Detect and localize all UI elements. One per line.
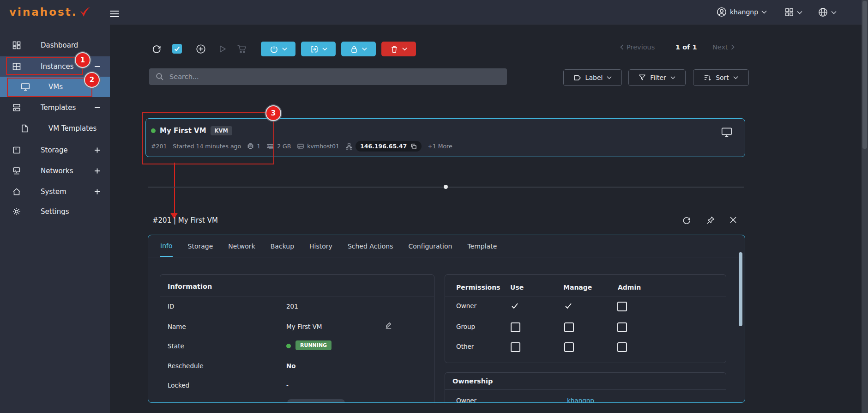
user-name: khangnp [730, 8, 758, 16]
vm-name: My First VM [160, 127, 206, 135]
tab-history[interactable]: History [309, 235, 332, 257]
tab-backup[interactable]: Backup [271, 235, 294, 257]
sidebar: Dashboard Instances VMs Templates VM Tem… [0, 24, 110, 413]
copy-icon[interactable] [410, 143, 417, 150]
chevron-down-icon [670, 76, 675, 79]
pagination-next[interactable]: Next [712, 43, 735, 51]
user-avatar-icon [717, 7, 727, 17]
delete-actions-button[interactable] [381, 42, 416, 56]
ownership-title: Ownership [452, 377, 493, 385]
sidebar-item-system[interactable]: System [0, 182, 110, 202]
sidebar-item-storage[interactable]: Storage [0, 140, 110, 160]
perm-owner-manage[interactable] [564, 302, 572, 310]
language-menu[interactable] [818, 7, 837, 17]
sidebar-item-templates[interactable]: Templates [0, 97, 110, 118]
page-scrollbar-thumb[interactable] [862, 1, 867, 149]
chevron-left-icon [620, 44, 624, 50]
migrate-icon [310, 45, 319, 54]
apps-grid-icon [785, 8, 794, 17]
console-monitor-icon[interactable] [721, 127, 733, 138]
tab-storage[interactable]: Storage [188, 235, 213, 257]
chevron-down-icon [797, 11, 802, 14]
marketplace-cart-icon[interactable] [237, 44, 247, 54]
perm-group-use[interactable] [511, 322, 520, 332]
info-value-name: My First VM [286, 323, 322, 330]
collapse-icon[interactable] [94, 63, 101, 70]
expand-icon[interactable] [94, 147, 101, 154]
sidebar-item-networks[interactable]: Networks [0, 161, 110, 181]
tab-info[interactable]: Info [160, 235, 173, 257]
brand-logo-text: vinahost. [9, 6, 77, 18]
vm-more-ips[interactable]: +1 More [428, 143, 452, 150]
vm-state-dot [151, 128, 156, 133]
perm-other-use[interactable] [511, 342, 520, 352]
tab-network[interactable]: Network [228, 235, 255, 257]
expand-icon[interactable] [94, 188, 101, 195]
vm-id: #201 [151, 143, 167, 150]
sidebar-item-instances[interactable]: Instances [0, 56, 110, 77]
tab-sched-actions[interactable]: Sched Actions [348, 235, 393, 257]
panel-scrollbar-thumb[interactable] [739, 252, 742, 326]
vm-ip: 146.196.65.47 [360, 143, 407, 150]
chevron-down-icon [607, 76, 612, 79]
chevron-down-icon [831, 11, 837, 14]
vm-host: kvmhost01 [307, 143, 339, 150]
filter-button[interactable]: Filter [628, 69, 686, 86]
user-menu[interactable]: khangnp [717, 7, 767, 17]
ownership-owner-link[interactable]: khangnp [567, 397, 594, 403]
page-scrollbar-track[interactable] [862, 0, 868, 413]
perm-group-admin[interactable] [617, 322, 627, 332]
power-actions-button[interactable] [261, 42, 295, 56]
sidebar-item-vms[interactable]: VMs [0, 77, 110, 97]
perm-owner-admin[interactable] [617, 302, 627, 311]
clipped-toggle [287, 399, 345, 403]
sidebar-item-vm-templates[interactable]: VM Templates [0, 118, 110, 139]
networks-icon [12, 166, 21, 176]
label-button[interactable]: Label [563, 69, 622, 86]
tag-icon [573, 74, 581, 81]
instances-icon [12, 62, 21, 71]
sort-icon [704, 74, 711, 81]
perm-other-manage[interactable] [564, 342, 574, 352]
sidebar-item-settings[interactable]: Settings [0, 201, 110, 222]
migrate-actions-button[interactable] [301, 42, 336, 56]
information-card: Information ID 201 Name My First VM Stat… [160, 274, 434, 403]
detail-tabs: Info Storage Network Backup History Sche… [148, 235, 745, 257]
collapse-icon[interactable] [94, 104, 101, 111]
info-label-reschedule: Reschedule [168, 362, 204, 370]
hamburger-menu-icon[interactable] [110, 9, 119, 19]
perm-owner-use[interactable] [511, 302, 518, 310]
tab-template[interactable]: Template [467, 235, 497, 257]
chevron-down-icon [362, 47, 367, 51]
pagination-previous[interactable]: Previous [620, 43, 655, 51]
vm-card[interactable]: My First VM KVM #201 Started 14 minutes … [145, 118, 745, 157]
refresh-icon[interactable] [151, 44, 162, 54]
perm-group-manage[interactable] [564, 322, 574, 332]
chevron-down-icon [761, 10, 767, 14]
permissions-col-admin: Admin [618, 284, 641, 291]
search-input[interactable] [169, 73, 507, 81]
close-icon[interactable] [729, 216, 737, 224]
power-icon [270, 45, 278, 54]
sidebar-item-dashboard[interactable]: Dashboard [0, 35, 110, 55]
app-header: vinahost. khangnp [0, 0, 868, 24]
info-label-name: Name [168, 323, 186, 330]
divider [445, 389, 726, 390]
sort-button[interactable]: Sort [693, 69, 749, 86]
split-drag-handle[interactable] [444, 185, 448, 189]
expand-icon[interactable] [94, 168, 101, 175]
perm-other-admin[interactable] [617, 342, 627, 352]
tab-configuration[interactable]: Configuration [408, 235, 452, 257]
vm-memory: 2 GB [277, 143, 291, 150]
apps-menu[interactable] [785, 8, 802, 17]
detail-refresh-icon[interactable] [682, 216, 691, 225]
divider [160, 297, 434, 297]
select-all-checkbox[interactable] [172, 44, 182, 54]
info-label-id: ID [168, 303, 174, 310]
pin-icon[interactable] [706, 216, 715, 225]
create-vm-icon[interactable] [196, 44, 206, 54]
lock-actions-button[interactable] [341, 42, 376, 56]
info-label-locked: Locked [168, 382, 189, 389]
play-icon[interactable] [218, 45, 227, 53]
edit-name-icon[interactable] [384, 321, 393, 329]
